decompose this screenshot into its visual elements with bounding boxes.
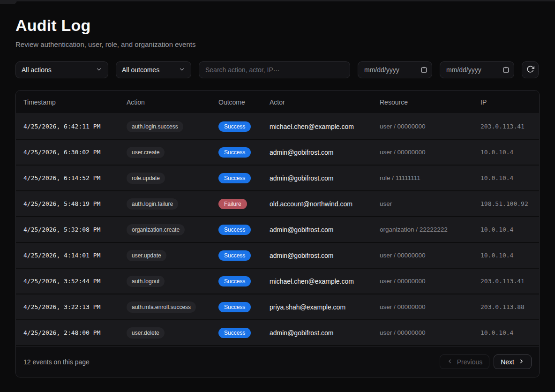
- outcome-cell: Success: [218, 173, 270, 183]
- column-header-outcome: Outcome: [218, 98, 270, 106]
- table-row[interactable]: 4/25/2026, 3:22:13 PM auth.mfa.enroll.su…: [16, 294, 539, 320]
- outcomes-filter-value: All outcomes: [122, 66, 159, 74]
- outcome-badge: Failure: [218, 199, 247, 209]
- outcome-badge: Success: [218, 302, 251, 312]
- date-to-field[interactable]: [440, 61, 514, 78]
- outcome-badge: Success: [218, 328, 251, 338]
- action-pill: user.create: [127, 147, 165, 158]
- chevron-left-icon: [447, 358, 453, 366]
- audit-table-card: Timestamp Action Outcome Actor Resource …: [15, 90, 540, 377]
- outcome-cell: Success: [218, 121, 270, 132]
- table-row[interactable]: 4/25/2026, 5:48:19 PM auth.login.failure…: [16, 191, 539, 217]
- resource-cell: user / 00000000: [380, 278, 480, 285]
- actor-cell: michael.chen@example.com: [270, 278, 380, 285]
- action-pill: auth.logout: [127, 276, 165, 287]
- outcome-badge: Success: [218, 147, 251, 158]
- search-input[interactable]: [199, 61, 350, 78]
- outcome-cell: Success: [218, 328, 270, 338]
- outcome-cell: Success: [218, 302, 270, 312]
- timestamp-cell: 4/25/2026, 6:30:02 PM: [23, 149, 127, 156]
- outcome-cell: Success: [218, 225, 270, 235]
- actor-cell: priya.shah@example.com: [270, 303, 380, 311]
- table-row[interactable]: 4/25/2026, 6:30:02 PM user.create Succes…: [16, 140, 539, 166]
- action-cell: user.create: [127, 147, 218, 158]
- outcomes-filter-select[interactable]: All outcomes: [116, 61, 191, 78]
- outcome-cell: Success: [218, 147, 270, 158]
- outcome-badge: Success: [218, 225, 251, 235]
- action-pill: auth.mfa.enroll.success: [127, 302, 196, 313]
- ip-cell: 198.51.100.92: [480, 200, 532, 207]
- top-left-corner-artifact: [0, 0, 17, 4]
- timestamp-cell: 4/25/2026, 3:52:44 PM: [23, 278, 127, 285]
- table-row[interactable]: 4/25/2026, 2:48:00 PM user.delete Succes…: [16, 320, 539, 346]
- refresh-icon: [526, 65, 534, 75]
- actor-cell: admin@gobifrost.com: [270, 226, 380, 234]
- date-from-input[interactable]: [358, 61, 432, 78]
- resource-cell: user / 00000000: [380, 303, 480, 310]
- action-cell: auth.login.success: [127, 121, 218, 132]
- table-header: Timestamp Action Outcome Actor Resource …: [16, 90, 539, 114]
- table-row[interactable]: 4/25/2026, 4:14:01 PM user.update Succes…: [16, 243, 539, 269]
- actor-cell: admin@gobifrost.com: [270, 174, 380, 182]
- date-to-input[interactable]: [440, 61, 514, 78]
- events-count: 12 events on this page: [23, 358, 90, 366]
- timestamp-cell: 4/25/2026, 5:32:08 PM: [23, 226, 127, 233]
- previous-button[interactable]: Previous: [440, 354, 489, 369]
- column-header-timestamp: Timestamp: [23, 98, 127, 106]
- resource-cell: user / 00000000: [380, 252, 480, 259]
- page-subtitle: Review authentication, user, role, and o…: [15, 40, 540, 48]
- resource-cell: user: [380, 200, 480, 207]
- table-row[interactable]: 4/25/2026, 3:52:44 PM auth.logout Succes…: [16, 269, 539, 294]
- ip-cell: 203.0.113.41: [480, 278, 532, 285]
- timestamp-cell: 4/25/2026, 3:22:13 PM: [23, 303, 127, 310]
- timestamp-cell: 4/25/2026, 4:14:01 PM: [23, 252, 127, 259]
- ip-cell: 10.0.10.4: [480, 226, 532, 233]
- action-pill: organization.create: [127, 224, 185, 235]
- action-pill: auth.login.failure: [127, 198, 178, 210]
- action-cell: auth.mfa.enroll.success: [127, 302, 218, 313]
- outcome-cell: Success: [218, 250, 270, 261]
- table-row[interactable]: 4/25/2026, 6:14:52 PM role.update Succes…: [16, 166, 539, 191]
- column-header-action: Action: [127, 98, 218, 106]
- table-footer: 12 events on this page Previous Next: [16, 346, 539, 377]
- action-cell: role.update: [127, 173, 218, 184]
- outcome-badge: Success: [218, 121, 251, 132]
- outcome-badge: Success: [218, 173, 251, 183]
- resource-cell: user / 00000000: [380, 123, 480, 130]
- actions-filter-select[interactable]: All actions: [15, 61, 108, 78]
- date-from-field[interactable]: [358, 61, 432, 78]
- next-button[interactable]: Next: [494, 354, 532, 369]
- column-header-ip: IP: [480, 98, 532, 106]
- ip-cell: 10.0.10.4: [480, 329, 532, 336]
- column-header-resource: Resource: [380, 98, 480, 106]
- table-row[interactable]: 4/25/2026, 5:32:08 PM organization.creat…: [16, 217, 539, 243]
- page-title: Audit Log: [15, 16, 540, 35]
- outcome-cell: Success: [218, 276, 270, 286]
- actor-cell: old.account@northwind.com: [270, 200, 380, 208]
- action-pill: auth.login.success: [127, 121, 183, 132]
- ip-cell: 203.0.113.88: [480, 303, 532, 310]
- table-body: 4/25/2026, 6:42:11 PM auth.login.success…: [16, 114, 539, 346]
- outcome-badge: Success: [218, 276, 251, 286]
- top-edge-highlight: [0, 0, 555, 1]
- resource-cell: user / 00000000: [380, 149, 480, 156]
- table-row[interactable]: 4/25/2026, 6:42:11 PM auth.login.success…: [16, 114, 539, 140]
- actor-cell: admin@gobifrost.com: [270, 329, 380, 337]
- chevron-down-icon: [96, 66, 102, 74]
- ip-cell: 203.0.113.41: [480, 123, 532, 130]
- filter-bar: All actions All outcomes: [15, 61, 540, 78]
- action-cell: auth.logout: [127, 276, 218, 287]
- timestamp-cell: 4/25/2026, 2:48:00 PM: [23, 329, 127, 336]
- chevron-down-icon: [179, 66, 185, 74]
- column-header-actor: Actor: [270, 98, 380, 106]
- next-button-label: Next: [501, 358, 514, 366]
- actor-cell: admin@gobifrost.com: [270, 149, 380, 156]
- action-pill: user.update: [127, 250, 166, 261]
- ip-cell: 10.0.10.4: [480, 149, 532, 156]
- resource-cell: user / 00000000: [380, 329, 480, 336]
- action-cell: user.delete: [127, 327, 218, 339]
- actor-cell: admin@gobifrost.com: [270, 252, 380, 259]
- refresh-button[interactable]: [522, 61, 539, 78]
- previous-button-label: Previous: [457, 358, 482, 366]
- action-cell: organization.create: [127, 224, 218, 235]
